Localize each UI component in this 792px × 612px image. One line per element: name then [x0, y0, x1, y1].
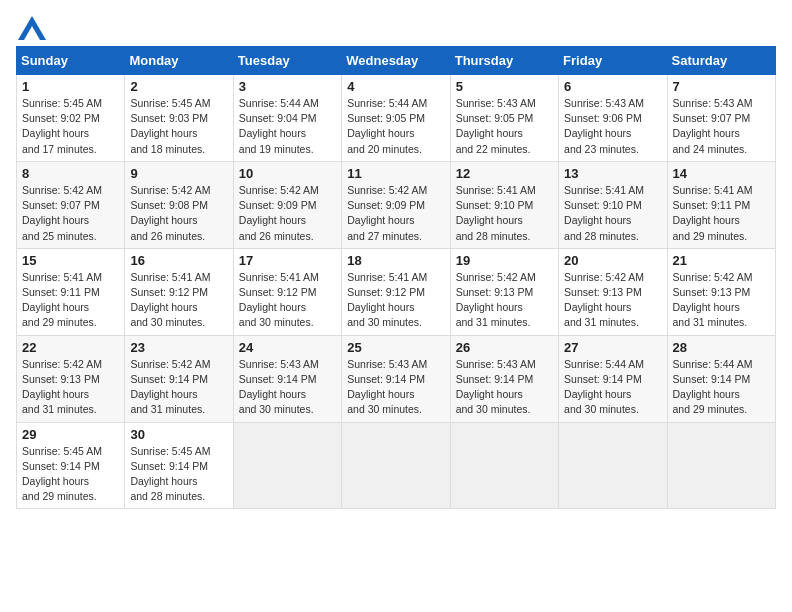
- day-number: 17: [239, 253, 336, 268]
- calendar-cell: 2 Sunrise: 5:45 AM Sunset: 9:03 PM Dayli…: [125, 75, 233, 162]
- calendar-cell: [667, 422, 775, 509]
- calendar-cell: 25 Sunrise: 5:43 AM Sunset: 9:14 PM Dayl…: [342, 335, 450, 422]
- day-info: Sunrise: 5:42 AM Sunset: 9:13 PM Dayligh…: [673, 270, 770, 331]
- calendar-cell: 14 Sunrise: 5:41 AM Sunset: 9:11 PM Dayl…: [667, 161, 775, 248]
- day-info: Sunrise: 5:42 AM Sunset: 9:09 PM Dayligh…: [239, 183, 336, 244]
- day-number: 28: [673, 340, 770, 355]
- calendar-cell: 11 Sunrise: 5:42 AM Sunset: 9:09 PM Dayl…: [342, 161, 450, 248]
- day-info: Sunrise: 5:45 AM Sunset: 9:14 PM Dayligh…: [22, 444, 119, 505]
- day-number: 2: [130, 79, 227, 94]
- day-number: 30: [130, 427, 227, 442]
- col-header-sunday: Sunday: [17, 47, 125, 75]
- day-number: 5: [456, 79, 553, 94]
- calendar-cell: [450, 422, 558, 509]
- day-info: Sunrise: 5:44 AM Sunset: 9:14 PM Dayligh…: [564, 357, 661, 418]
- calendar-cell: [559, 422, 667, 509]
- calendar-cell: 24 Sunrise: 5:43 AM Sunset: 9:14 PM Dayl…: [233, 335, 341, 422]
- calendar-week-5: 29 Sunrise: 5:45 AM Sunset: 9:14 PM Dayl…: [17, 422, 776, 509]
- calendar-cell: 19 Sunrise: 5:42 AM Sunset: 9:13 PM Dayl…: [450, 248, 558, 335]
- day-number: 1: [22, 79, 119, 94]
- day-number: 8: [22, 166, 119, 181]
- day-info: Sunrise: 5:44 AM Sunset: 9:05 PM Dayligh…: [347, 96, 444, 157]
- day-number: 12: [456, 166, 553, 181]
- day-info: Sunrise: 5:41 AM Sunset: 9:11 PM Dayligh…: [673, 183, 770, 244]
- calendar-cell: 9 Sunrise: 5:42 AM Sunset: 9:08 PM Dayli…: [125, 161, 233, 248]
- col-header-thursday: Thursday: [450, 47, 558, 75]
- calendar-cell: 8 Sunrise: 5:42 AM Sunset: 9:07 PM Dayli…: [17, 161, 125, 248]
- calendar-cell: 30 Sunrise: 5:45 AM Sunset: 9:14 PM Dayl…: [125, 422, 233, 509]
- col-header-wednesday: Wednesday: [342, 47, 450, 75]
- day-info: Sunrise: 5:43 AM Sunset: 9:05 PM Dayligh…: [456, 96, 553, 157]
- day-info: Sunrise: 5:43 AM Sunset: 9:06 PM Dayligh…: [564, 96, 661, 157]
- day-number: 7: [673, 79, 770, 94]
- day-info: Sunrise: 5:41 AM Sunset: 9:10 PM Dayligh…: [456, 183, 553, 244]
- day-number: 4: [347, 79, 444, 94]
- calendar-table: SundayMondayTuesdayWednesdayThursdayFrid…: [16, 46, 776, 509]
- day-number: 29: [22, 427, 119, 442]
- day-number: 25: [347, 340, 444, 355]
- day-number: 13: [564, 166, 661, 181]
- calendar-cell: 16 Sunrise: 5:41 AM Sunset: 9:12 PM Dayl…: [125, 248, 233, 335]
- day-number: 20: [564, 253, 661, 268]
- day-info: Sunrise: 5:41 AM Sunset: 9:12 PM Dayligh…: [130, 270, 227, 331]
- day-info: Sunrise: 5:43 AM Sunset: 9:14 PM Dayligh…: [347, 357, 444, 418]
- logo-icon: [18, 16, 46, 40]
- day-number: 24: [239, 340, 336, 355]
- col-header-saturday: Saturday: [667, 47, 775, 75]
- calendar-cell: 4 Sunrise: 5:44 AM Sunset: 9:05 PM Dayli…: [342, 75, 450, 162]
- day-info: Sunrise: 5:44 AM Sunset: 9:04 PM Dayligh…: [239, 96, 336, 157]
- col-header-friday: Friday: [559, 47, 667, 75]
- calendar-cell: 26 Sunrise: 5:43 AM Sunset: 9:14 PM Dayl…: [450, 335, 558, 422]
- calendar-cell: 28 Sunrise: 5:44 AM Sunset: 9:14 PM Dayl…: [667, 335, 775, 422]
- day-number: 16: [130, 253, 227, 268]
- calendar-week-2: 8 Sunrise: 5:42 AM Sunset: 9:07 PM Dayli…: [17, 161, 776, 248]
- calendar-week-1: 1 Sunrise: 5:45 AM Sunset: 9:02 PM Dayli…: [17, 75, 776, 162]
- calendar-cell: 17 Sunrise: 5:41 AM Sunset: 9:12 PM Dayl…: [233, 248, 341, 335]
- day-number: 19: [456, 253, 553, 268]
- day-number: 23: [130, 340, 227, 355]
- day-info: Sunrise: 5:45 AM Sunset: 9:14 PM Dayligh…: [130, 444, 227, 505]
- calendar-cell: [233, 422, 341, 509]
- calendar-cell: 7 Sunrise: 5:43 AM Sunset: 9:07 PM Dayli…: [667, 75, 775, 162]
- calendar-cell: 18 Sunrise: 5:41 AM Sunset: 9:12 PM Dayl…: [342, 248, 450, 335]
- day-number: 3: [239, 79, 336, 94]
- calendar-cell: 1 Sunrise: 5:45 AM Sunset: 9:02 PM Dayli…: [17, 75, 125, 162]
- day-info: Sunrise: 5:42 AM Sunset: 9:08 PM Dayligh…: [130, 183, 227, 244]
- calendar-week-4: 22 Sunrise: 5:42 AM Sunset: 9:13 PM Dayl…: [17, 335, 776, 422]
- day-info: Sunrise: 5:41 AM Sunset: 9:10 PM Dayligh…: [564, 183, 661, 244]
- day-info: Sunrise: 5:42 AM Sunset: 9:13 PM Dayligh…: [564, 270, 661, 331]
- day-number: 6: [564, 79, 661, 94]
- day-info: Sunrise: 5:42 AM Sunset: 9:09 PM Dayligh…: [347, 183, 444, 244]
- header: [16, 16, 776, 36]
- day-info: Sunrise: 5:43 AM Sunset: 9:07 PM Dayligh…: [673, 96, 770, 157]
- calendar-cell: 13 Sunrise: 5:41 AM Sunset: 9:10 PM Dayl…: [559, 161, 667, 248]
- day-info: Sunrise: 5:41 AM Sunset: 9:12 PM Dayligh…: [347, 270, 444, 331]
- calendar-cell: 21 Sunrise: 5:42 AM Sunset: 9:13 PM Dayl…: [667, 248, 775, 335]
- logo: [16, 16, 46, 36]
- day-info: Sunrise: 5:45 AM Sunset: 9:03 PM Dayligh…: [130, 96, 227, 157]
- day-info: Sunrise: 5:42 AM Sunset: 9:13 PM Dayligh…: [22, 357, 119, 418]
- calendar-cell: 27 Sunrise: 5:44 AM Sunset: 9:14 PM Dayl…: [559, 335, 667, 422]
- day-info: Sunrise: 5:43 AM Sunset: 9:14 PM Dayligh…: [456, 357, 553, 418]
- day-info: Sunrise: 5:45 AM Sunset: 9:02 PM Dayligh…: [22, 96, 119, 157]
- calendar-cell: 6 Sunrise: 5:43 AM Sunset: 9:06 PM Dayli…: [559, 75, 667, 162]
- calendar-header-row: SundayMondayTuesdayWednesdayThursdayFrid…: [17, 47, 776, 75]
- calendar-cell: 22 Sunrise: 5:42 AM Sunset: 9:13 PM Dayl…: [17, 335, 125, 422]
- calendar-cell: 5 Sunrise: 5:43 AM Sunset: 9:05 PM Dayli…: [450, 75, 558, 162]
- day-number: 21: [673, 253, 770, 268]
- calendar-week-3: 15 Sunrise: 5:41 AM Sunset: 9:11 PM Dayl…: [17, 248, 776, 335]
- day-info: Sunrise: 5:41 AM Sunset: 9:11 PM Dayligh…: [22, 270, 119, 331]
- col-header-monday: Monday: [125, 47, 233, 75]
- day-info: Sunrise: 5:41 AM Sunset: 9:12 PM Dayligh…: [239, 270, 336, 331]
- day-number: 11: [347, 166, 444, 181]
- calendar-cell: 15 Sunrise: 5:41 AM Sunset: 9:11 PM Dayl…: [17, 248, 125, 335]
- day-number: 27: [564, 340, 661, 355]
- day-number: 22: [22, 340, 119, 355]
- day-number: 14: [673, 166, 770, 181]
- day-info: Sunrise: 5:43 AM Sunset: 9:14 PM Dayligh…: [239, 357, 336, 418]
- calendar-cell: 29 Sunrise: 5:45 AM Sunset: 9:14 PM Dayl…: [17, 422, 125, 509]
- day-info: Sunrise: 5:42 AM Sunset: 9:13 PM Dayligh…: [456, 270, 553, 331]
- day-info: Sunrise: 5:44 AM Sunset: 9:14 PM Dayligh…: [673, 357, 770, 418]
- day-info: Sunrise: 5:42 AM Sunset: 9:07 PM Dayligh…: [22, 183, 119, 244]
- day-number: 18: [347, 253, 444, 268]
